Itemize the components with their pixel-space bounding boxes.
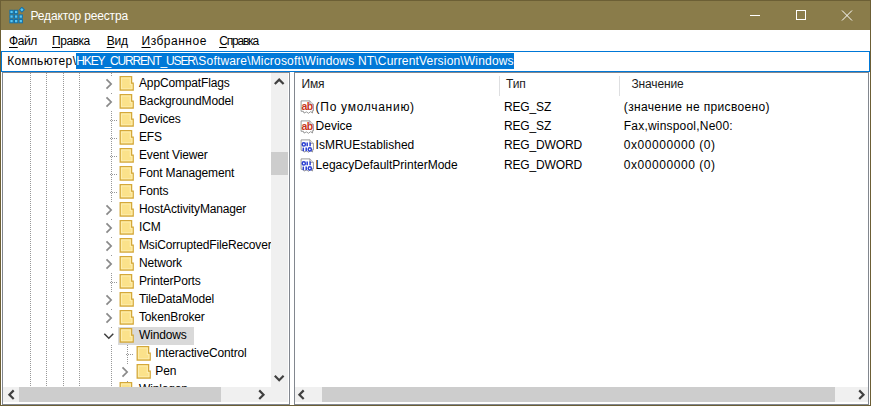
svg-text:ab: ab <box>301 100 312 112</box>
svg-text:ab: ab <box>301 120 312 132</box>
